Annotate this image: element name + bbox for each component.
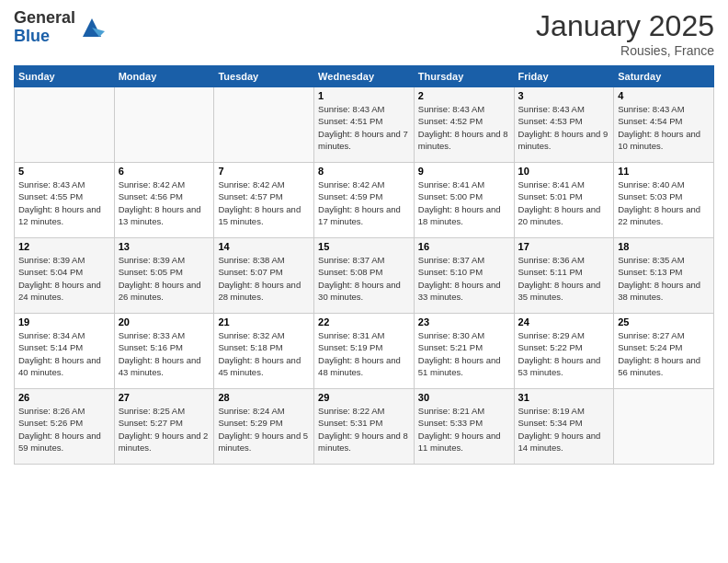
day-number: 5	[18, 166, 110, 177]
day-number: 22	[318, 316, 410, 327]
table-row: 31Sunrise: 8:19 AM Sunset: 5:34 PM Dayli…	[514, 389, 614, 465]
page-container: General Blue January 2025 Rousies, Franc…	[0, 0, 728, 563]
col-sunday: Sunday	[15, 66, 115, 87]
day-number: 7	[218, 166, 310, 177]
day-number: 6	[119, 166, 210, 177]
location: Rousies, France	[536, 43, 714, 58]
day-number: 8	[318, 166, 410, 177]
table-row: 26Sunrise: 8:26 AM Sunset: 5:26 PM Dayli…	[15, 389, 115, 465]
day-info: Sunrise: 8:32 AM Sunset: 5:18 PM Dayligh…	[218, 329, 310, 378]
day-info: Sunrise: 8:25 AM Sunset: 5:27 PM Dayligh…	[119, 405, 210, 454]
col-saturday: Saturday	[614, 66, 714, 87]
day-number: 12	[18, 241, 110, 252]
day-info: Sunrise: 8:37 AM Sunset: 5:08 PM Dayligh…	[318, 254, 410, 303]
calendar-week-row: 5Sunrise: 8:43 AM Sunset: 4:55 PM Daylig…	[15, 163, 714, 238]
day-info: Sunrise: 8:30 AM Sunset: 5:21 PM Dayligh…	[418, 329, 510, 378]
day-number: 13	[119, 241, 210, 252]
table-row	[15, 87, 115, 163]
header: General Blue January 2025 Rousies, Franc…	[14, 9, 714, 58]
table-row	[114, 87, 214, 163]
day-number: 26	[18, 392, 110, 403]
table-row: 9Sunrise: 8:41 AM Sunset: 5:00 PM Daylig…	[414, 163, 514, 238]
table-row: 5Sunrise: 8:43 AM Sunset: 4:55 PM Daylig…	[15, 163, 115, 238]
day-number: 19	[18, 316, 110, 327]
table-row: 7Sunrise: 8:42 AM Sunset: 4:57 PM Daylig…	[214, 163, 314, 238]
day-info: Sunrise: 8:19 AM Sunset: 5:34 PM Dayligh…	[518, 405, 610, 454]
day-number: 24	[518, 316, 610, 327]
day-number: 27	[119, 392, 210, 403]
day-info: Sunrise: 8:43 AM Sunset: 4:55 PM Dayligh…	[18, 178, 110, 227]
table-row: 11Sunrise: 8:40 AM Sunset: 5:03 PM Dayli…	[614, 163, 714, 238]
calendar-week-row: 19Sunrise: 8:34 AM Sunset: 5:14 PM Dayli…	[15, 314, 714, 389]
day-number: 4	[618, 90, 710, 101]
logo-text: General Blue	[14, 9, 75, 46]
day-info: Sunrise: 8:31 AM Sunset: 5:19 PM Dayligh…	[318, 329, 410, 378]
table-row: 23Sunrise: 8:30 AM Sunset: 5:21 PM Dayli…	[414, 314, 514, 389]
day-number: 15	[318, 241, 410, 252]
day-number: 29	[318, 392, 410, 403]
col-thursday: Thursday	[414, 66, 514, 87]
day-number: 14	[218, 241, 310, 252]
table-row: 18Sunrise: 8:35 AM Sunset: 5:13 PM Dayli…	[614, 238, 714, 314]
table-row: 12Sunrise: 8:39 AM Sunset: 5:04 PM Dayli…	[15, 238, 115, 314]
table-row: 24Sunrise: 8:29 AM Sunset: 5:22 PM Dayli…	[514, 314, 614, 389]
day-number: 1	[318, 90, 410, 101]
day-number: 23	[418, 316, 510, 327]
table-row: 19Sunrise: 8:34 AM Sunset: 5:14 PM Dayli…	[15, 314, 115, 389]
logo-icon	[79, 15, 105, 40]
calendar-week-row: 12Sunrise: 8:39 AM Sunset: 5:04 PM Dayli…	[15, 238, 714, 314]
day-info: Sunrise: 8:41 AM Sunset: 5:00 PM Dayligh…	[418, 178, 510, 227]
day-info: Sunrise: 8:39 AM Sunset: 5:04 PM Dayligh…	[18, 254, 110, 303]
day-info: Sunrise: 8:27 AM Sunset: 5:24 PM Dayligh…	[618, 329, 710, 378]
table-row: 3Sunrise: 8:43 AM Sunset: 4:53 PM Daylig…	[514, 87, 614, 163]
day-info: Sunrise: 8:42 AM Sunset: 4:59 PM Dayligh…	[318, 178, 410, 227]
day-info: Sunrise: 8:40 AM Sunset: 5:03 PM Dayligh…	[618, 178, 710, 227]
day-info: Sunrise: 8:43 AM Sunset: 4:54 PM Dayligh…	[618, 103, 710, 152]
table-row: 6Sunrise: 8:42 AM Sunset: 4:56 PM Daylig…	[114, 163, 214, 238]
day-number: 3	[518, 90, 610, 101]
day-number: 16	[418, 241, 510, 252]
day-info: Sunrise: 8:35 AM Sunset: 5:13 PM Dayligh…	[618, 254, 710, 303]
day-info: Sunrise: 8:39 AM Sunset: 5:05 PM Dayligh…	[119, 254, 210, 303]
day-info: Sunrise: 8:37 AM Sunset: 5:10 PM Dayligh…	[418, 254, 510, 303]
day-info: Sunrise: 8:29 AM Sunset: 5:22 PM Dayligh…	[518, 329, 610, 378]
table-row	[214, 87, 314, 163]
table-row: 14Sunrise: 8:38 AM Sunset: 5:07 PM Dayli…	[214, 238, 314, 314]
table-row: 22Sunrise: 8:31 AM Sunset: 5:19 PM Dayli…	[314, 314, 415, 389]
calendar-week-row: 26Sunrise: 8:26 AM Sunset: 5:26 PM Dayli…	[15, 389, 714, 465]
logo: General Blue	[14, 9, 105, 46]
day-info: Sunrise: 8:24 AM Sunset: 5:29 PM Dayligh…	[218, 405, 310, 454]
day-number: 9	[418, 166, 510, 177]
day-info: Sunrise: 8:33 AM Sunset: 5:16 PM Dayligh…	[119, 329, 210, 378]
day-number: 10	[518, 166, 610, 177]
day-info: Sunrise: 8:41 AM Sunset: 5:01 PM Dayligh…	[518, 178, 610, 227]
day-number: 30	[418, 392, 510, 403]
day-info: Sunrise: 8:26 AM Sunset: 5:26 PM Dayligh…	[18, 405, 110, 454]
day-number: 11	[618, 166, 710, 177]
table-row: 25Sunrise: 8:27 AM Sunset: 5:24 PM Dayli…	[614, 314, 714, 389]
table-row: 30Sunrise: 8:21 AM Sunset: 5:33 PM Dayli…	[414, 389, 514, 465]
col-monday: Monday	[114, 66, 214, 87]
calendar-week-row: 1Sunrise: 8:43 AM Sunset: 4:51 PM Daylig…	[15, 87, 714, 163]
table-row: 13Sunrise: 8:39 AM Sunset: 5:05 PM Dayli…	[114, 238, 214, 314]
day-info: Sunrise: 8:36 AM Sunset: 5:11 PM Dayligh…	[518, 254, 610, 303]
table-row: 10Sunrise: 8:41 AM Sunset: 5:01 PM Dayli…	[514, 163, 614, 238]
day-info: Sunrise: 8:22 AM Sunset: 5:31 PM Dayligh…	[318, 405, 410, 454]
day-info: Sunrise: 8:38 AM Sunset: 5:07 PM Dayligh…	[218, 254, 310, 303]
logo-blue: Blue	[14, 28, 75, 46]
table-row: 4Sunrise: 8:43 AM Sunset: 4:54 PM Daylig…	[614, 87, 714, 163]
day-info: Sunrise: 8:43 AM Sunset: 4:52 PM Dayligh…	[418, 103, 510, 152]
calendar-table: Sunday Monday Tuesday Wednesday Thursday…	[14, 65, 714, 465]
day-number: 28	[218, 392, 310, 403]
day-number: 21	[218, 316, 310, 327]
table-row	[614, 389, 714, 465]
table-row: 1Sunrise: 8:43 AM Sunset: 4:51 PM Daylig…	[314, 87, 415, 163]
day-number: 31	[518, 392, 610, 403]
table-row: 20Sunrise: 8:33 AM Sunset: 5:16 PM Dayli…	[114, 314, 214, 389]
table-row: 2Sunrise: 8:43 AM Sunset: 4:52 PM Daylig…	[414, 87, 514, 163]
calendar-header-row: Sunday Monday Tuesday Wednesday Thursday…	[15, 66, 714, 87]
table-row: 15Sunrise: 8:37 AM Sunset: 5:08 PM Dayli…	[314, 238, 415, 314]
table-row: 21Sunrise: 8:32 AM Sunset: 5:18 PM Dayli…	[214, 314, 314, 389]
table-row: 28Sunrise: 8:24 AM Sunset: 5:29 PM Dayli…	[214, 389, 314, 465]
day-info: Sunrise: 8:21 AM Sunset: 5:33 PM Dayligh…	[418, 405, 510, 454]
